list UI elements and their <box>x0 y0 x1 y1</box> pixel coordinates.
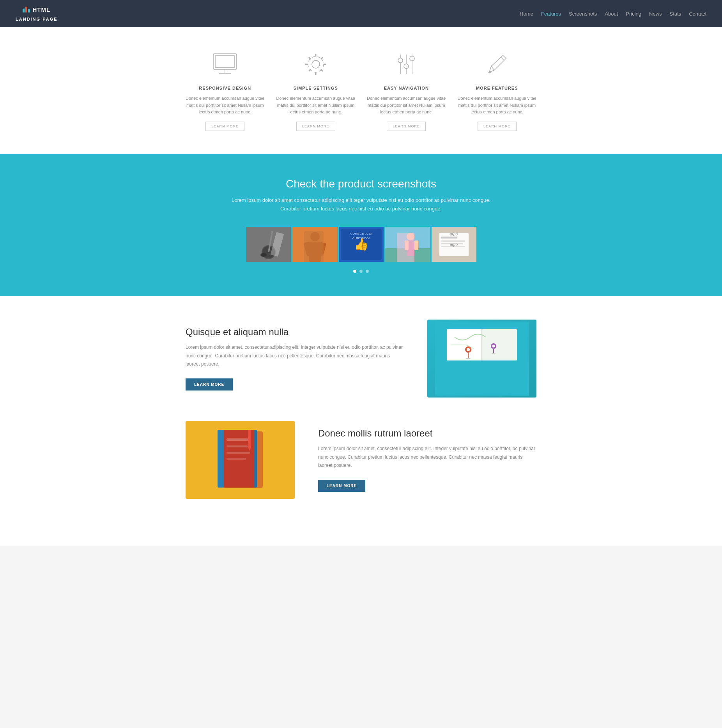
svg-rect-34 <box>405 240 409 250</box>
gallery-item-2[interactable] <box>292 227 337 262</box>
nav-menu: Home Features Screenshots About Pricing … <box>520 10 706 17</box>
gallery: 👍 COMECE 2013 CURTINDO! <box>16 227 706 262</box>
svg-rect-33 <box>407 240 414 256</box>
svg-rect-3 <box>215 56 235 67</box>
screenshots-desc: Lorem ipsum dolor sit amet consectetur a… <box>16 196 706 213</box>
svg-rect-62 <box>227 458 246 460</box>
svg-rect-35 <box>414 240 418 250</box>
nav-home[interactable]: Home <box>520 11 533 17</box>
svg-rect-38 <box>441 237 457 239</box>
map-illustration <box>427 320 536 398</box>
svg-rect-63 <box>248 430 251 447</box>
feature-navigation: EASY NAVIGATION Donec elementum accumsan… <box>367 51 446 131</box>
svg-line-13 <box>501 57 504 60</box>
svg-text:👍: 👍 <box>354 237 368 251</box>
feature-3-text: Donec elementum accumsan augue vitae mat… <box>367 95 446 116</box>
svg-point-49 <box>467 348 470 351</box>
about-row-1: Quisque et aliquam nulla Lorem ipsum dol… <box>186 320 536 398</box>
gallery-dot-1[interactable] <box>353 270 356 273</box>
about-row-2: Donec mollis rutrum laoreet Lorem ipsum … <box>186 421 536 499</box>
feature-more: MORE FEATURES Donec elementum accumsan a… <box>458 51 537 131</box>
gallery-dot-2[interactable] <box>359 270 363 273</box>
gallery-dots <box>16 270 706 273</box>
svg-text:arpo: arpo <box>449 232 457 236</box>
brand-bars-icon <box>23 7 30 12</box>
about-title-1: Quisque et aliquam nulla <box>186 327 404 337</box>
feature-1-title: RESPONSIVE DESIGN <box>186 86 265 90</box>
feature-4-btn[interactable]: LEARN MORE <box>478 122 517 131</box>
about-title-2: Donec mollis rutrum laoreet <box>318 428 536 439</box>
pencil-icon <box>483 51 511 78</box>
gear-icon <box>302 51 329 78</box>
feature-settings: SIMPLE SETTINGS Donec elementum accumsan… <box>276 51 356 131</box>
nav-about[interactable]: About <box>605 11 618 17</box>
svg-point-11 <box>410 56 414 61</box>
svg-point-32 <box>407 233 414 240</box>
svg-point-50 <box>492 353 495 354</box>
svg-text:COMECE 2013: COMECE 2013 <box>350 232 372 235</box>
brand-subtitle: LANDING PAGE <box>16 17 58 21</box>
svg-rect-19 <box>292 227 337 262</box>
feature-4-title: MORE FEATURES <box>458 86 537 90</box>
monitor-icon <box>211 51 239 78</box>
screenshots-title: Check the product screenshots <box>16 178 706 190</box>
feature-3-title: EASY NAVIGATION <box>367 86 446 90</box>
svg-rect-22 <box>309 242 321 262</box>
feature-3-btn[interactable]: LEARN MORE <box>387 122 426 131</box>
svg-point-10 <box>404 64 409 69</box>
feature-4-text: Donec elementum accumsan augue vitae mat… <box>458 95 537 116</box>
svg-rect-31 <box>385 248 430 262</box>
about-text-1: Lorem ipsum dolor sit amet, consectetur … <box>186 343 404 369</box>
gallery-item-3[interactable]: 👍 COMECE 2013 CURTINDO! <box>339 227 384 262</box>
svg-point-18 <box>260 253 267 257</box>
about-content-2: Donec mollis rutrum laoreet Lorem ipsum … <box>318 428 536 492</box>
svg-point-47 <box>466 358 471 359</box>
navbar: HTML LANDING PAGE Home Features Screensh… <box>0 0 722 27</box>
about-image-map <box>427 320 536 398</box>
about-image-notebook <box>186 421 295 499</box>
svg-rect-0 <box>213 54 237 69</box>
feature-1-text: Donec elementum accumsan augue vitae mat… <box>186 95 265 116</box>
svg-point-21 <box>310 232 320 241</box>
about-btn-2[interactable]: LEARN MORE <box>318 480 365 492</box>
screenshots-section: Check the product screenshots Lorem ipsu… <box>0 154 722 296</box>
svg-rect-57 <box>218 430 224 488</box>
sliders-icon <box>393 51 420 78</box>
feature-responsive: RESPONSIVE DESIGN Donec elementum accums… <box>186 51 265 131</box>
nav-features[interactable]: Features <box>541 11 561 17</box>
features-section: RESPONSIVE DESIGN Donec elementum accums… <box>0 27 722 154</box>
svg-rect-59 <box>227 438 250 441</box>
notebook-illustration <box>186 421 295 499</box>
feature-1-btn[interactable]: LEARN MORE <box>205 122 244 131</box>
svg-text:CURTINDO!: CURTINDO! <box>352 237 369 240</box>
svg-rect-40 <box>441 243 463 244</box>
nav-contact[interactable]: Contact <box>689 11 706 17</box>
svg-rect-39 <box>441 240 465 242</box>
brand-name: HTML <box>32 6 50 13</box>
nav-screenshots[interactable]: Screenshots <box>569 11 597 17</box>
nav-stats[interactable]: Stats <box>670 11 681 17</box>
svg-rect-60 <box>227 445 248 447</box>
about-content-1: Quisque et aliquam nulla Lorem ipsum dol… <box>186 327 404 391</box>
svg-rect-45 <box>482 329 517 360</box>
feature-2-btn[interactable]: LEARN MORE <box>296 122 335 131</box>
gallery-item-1[interactable] <box>246 227 291 262</box>
gallery-dot-3[interactable] <box>366 270 369 273</box>
svg-point-9 <box>398 58 403 63</box>
feature-2-text: Donec elementum accumsan augue vitae mat… <box>276 95 356 116</box>
svg-line-12 <box>491 66 494 70</box>
about-btn-1[interactable]: LEARN MORE <box>186 378 233 391</box>
svg-rect-41 <box>441 246 465 247</box>
feature-2-title: SIMPLE SETTINGS <box>276 86 356 90</box>
gallery-item-4[interactable] <box>385 227 430 262</box>
about-text-2: Lorem ipsum dolor sit amet, consectetur … <box>318 445 536 470</box>
gallery-item-5[interactable]: arpo <box>432 227 476 262</box>
svg-point-4 <box>312 60 320 68</box>
svg-point-52 <box>492 345 495 347</box>
nav-news[interactable]: News <box>649 11 662 17</box>
brand-logo: HTML LANDING PAGE <box>16 6 58 21</box>
about-section: Quisque et aliquam nulla Lorem ipsum dol… <box>0 296 722 546</box>
nav-pricing[interactable]: Pricing <box>626 11 641 17</box>
svg-rect-23 <box>303 241 313 256</box>
features-grid: RESPONSIVE DESIGN Donec elementum accums… <box>186 51 536 131</box>
